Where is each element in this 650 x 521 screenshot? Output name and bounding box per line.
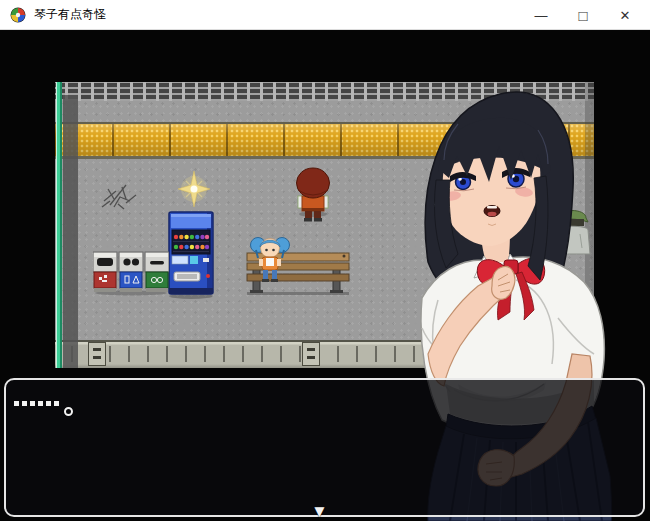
continue-indicator-icon[interactable]: ▼ [311,503,328,520]
close-button[interactable]: ✕ [604,0,646,30]
window-controls: — □ ✕ [520,0,646,30]
titlebar: 琴子有点奇怪 — □ ✕ [0,0,650,30]
window-title: 琴子有点奇怪 [34,6,106,23]
pavement-crack [100,177,142,213]
game-viewport[interactable]: ……。 ▼ [0,31,650,521]
dialog-ellipsis-visual [14,401,73,416]
recycle-bins [93,250,169,296]
green-pole [56,82,62,368]
curb-post [302,342,320,366]
vending-machine [167,208,217,300]
maximize-button[interactable]: □ [562,0,604,30]
minimize-button[interactable]: — [520,0,562,30]
red-haired-sprite [290,166,336,226]
dialog-box[interactable]: ……。 [4,378,645,517]
seated-girl-sprite [249,228,291,288]
curb-post [88,342,106,366]
pole-shadow [63,95,78,368]
sparkle [177,170,211,208]
game-window: 琴子有点奇怪 — □ ✕ [0,0,650,521]
game-icon [10,7,26,23]
